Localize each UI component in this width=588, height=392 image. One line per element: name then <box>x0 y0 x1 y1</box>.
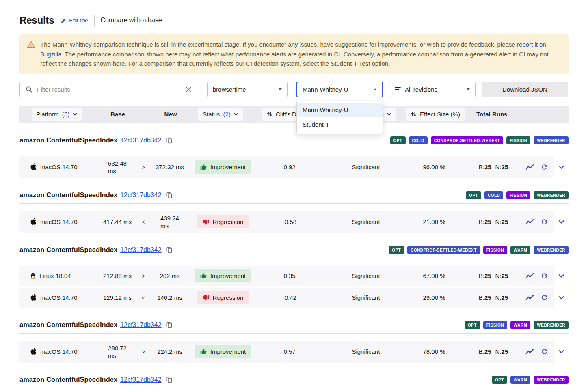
tag-badge: FISSION <box>483 246 507 254</box>
graph-icon[interactable] <box>524 211 535 233</box>
section-title: amazon ContentfulSpeedIndex 12cf317db342 <box>19 136 173 144</box>
tag-badge: WEBRENDER <box>534 136 569 144</box>
retrigger-icon[interactable] <box>538 341 550 363</box>
title-divider <box>94 15 95 26</box>
test-name: amazon ContentfulSpeedIndex <box>19 246 117 254</box>
tag-badge: COLD <box>409 136 428 144</box>
tag-badge: WARM <box>510 246 530 254</box>
new-value: 224.2 ms <box>147 341 192 363</box>
badge-list: OPTCOLDFISSIONWEBRENDER <box>466 191 569 199</box>
graph-icon[interactable] <box>524 156 535 178</box>
base-value: 532.48ms <box>95 156 140 178</box>
thumbs-down-icon <box>203 295 209 301</box>
base-value: 280.72ms <box>95 341 140 363</box>
tag-badge: FISSION <box>483 321 507 329</box>
effect-size-value: 67.00 % <box>406 266 463 286</box>
copy-icon[interactable] <box>166 321 173 328</box>
retrigger-icon[interactable] <box>538 156 550 178</box>
search-input[interactable] <box>37 86 181 93</box>
experimental-warning-banner: The Mann-Whitney comparison technique is… <box>19 34 569 74</box>
expand-row-button[interactable] <box>554 288 569 308</box>
retrigger-icon[interactable] <box>538 288 550 308</box>
effect-size-sort[interactable]: Effect Size (%) <box>406 108 465 121</box>
table-header-bar: Platform (5) Base New Status (2) Cliff's… <box>19 106 569 123</box>
retrigger-icon[interactable] <box>538 211 550 233</box>
platform-name: macOS 14.70 <box>40 164 78 170</box>
revision-link[interactable]: 12cf317db342 <box>120 246 161 254</box>
download-json-button[interactable]: Download JSON <box>482 82 568 97</box>
cliffs-delta-value: 0.35 <box>261 266 318 286</box>
effect-size-value: 78.00 % <box>406 341 463 363</box>
edit-title-button[interactable]: Edit title <box>61 17 88 24</box>
effect-size-value: 29.00 % <box>406 288 463 308</box>
dropdown-option-student-t[interactable]: Student-T <box>297 117 383 132</box>
base-column-header: Base <box>110 108 126 121</box>
status-badge: Regression <box>197 215 249 228</box>
revisions-select[interactable]: All revisions <box>389 82 476 97</box>
badge-list: OPTCONDPROF-SETTLED-WEBEXTFISSIONWARMWEB… <box>389 246 569 254</box>
copy-icon[interactable] <box>166 137 173 144</box>
results-sections: amazon ContentfulSpeedIndex 12cf317db342… <box>19 136 569 388</box>
test-method-select[interactable]: Mann-Whitney-U <box>296 82 383 97</box>
graph-icon[interactable] <box>524 288 535 308</box>
status-cell: Regression <box>192 211 253 233</box>
copy-icon[interactable] <box>166 246 173 253</box>
cliffs-delta-value: -0.42 <box>261 288 318 308</box>
expand-row-button[interactable] <box>554 211 569 233</box>
row-main: Linux 18.04212.88 ms>202 msImprovement0.… <box>19 266 554 286</box>
result-section: amazon ContentfulSpeedIndex 12cf317db342… <box>19 246 569 308</box>
base-value: 129.12 ms <box>95 288 140 308</box>
platform-name: macOS 14.70 <box>40 348 78 355</box>
thumbs-up-icon <box>200 164 207 170</box>
copy-icon[interactable] <box>166 192 173 198</box>
status-cell: Regression <box>192 288 253 308</box>
significance-value: Significant <box>337 211 394 233</box>
section-header: amazon ContentfulSpeedIndex 12cf317db342… <box>19 191 569 204</box>
revision-link[interactable]: 12cf317db342 <box>120 137 161 144</box>
chevron-down-icon <box>234 113 238 116</box>
section-header: amazon ContentfulSpeedIndex 12cf317db342… <box>19 321 569 334</box>
tag-badge: WEBRENDER <box>534 376 569 384</box>
expand-row-button[interactable] <box>554 266 569 286</box>
graph-icon[interactable] <box>524 266 535 286</box>
base-runs: B:25 <box>479 164 491 170</box>
significance-value: Significant <box>337 156 394 178</box>
tag-badge: COLD <box>484 191 503 199</box>
copy-icon[interactable] <box>166 376 173 383</box>
new-column-header: New <box>162 108 179 121</box>
retrigger-icon[interactable] <box>538 266 550 286</box>
section-title: amazon ContentfulSpeedIndex 12cf317db342 <box>19 191 173 199</box>
chevron-down-icon <box>558 296 564 300</box>
new-runs: N:25 <box>495 218 508 225</box>
compare-with-base-label: Compare with a base <box>101 17 162 24</box>
revision-link[interactable]: 12cf317db342 <box>120 321 161 329</box>
chevron-down-icon <box>387 113 391 116</box>
badge-list: OPTFISSIONWARMWEBRENDER <box>465 321 569 329</box>
expand-row-button[interactable] <box>554 156 569 178</box>
warning-text: The Mann-Whitney comparison technique is… <box>40 40 560 69</box>
graph-icon[interactable] <box>524 341 535 363</box>
effect-size-value: 21.00 % <box>406 211 463 233</box>
table-row: macOS 14.70129.12 ms<146.2 msRegression-… <box>19 288 569 308</box>
framework-select[interactable]: browsertime <box>207 82 288 97</box>
tag-badge: WEBRENDER <box>534 246 569 254</box>
title-row: Results Edit title Compare with a base <box>19 15 569 26</box>
expand-row-button[interactable] <box>554 341 569 363</box>
chevron-down-icon <box>279 88 282 90</box>
cliffs-delta-value: -0.58 <box>261 211 318 233</box>
clear-search-icon[interactable] <box>186 86 192 93</box>
chevron-down-icon <box>558 350 564 354</box>
status-filter[interactable]: Status (2) <box>198 108 243 121</box>
tag-badge: OPT <box>466 191 481 199</box>
platform-cell: macOS 14.70 <box>30 211 78 233</box>
revision-link[interactable]: 12cf317db342 <box>120 192 161 199</box>
total-runs-value: B:25N:25 <box>469 288 518 308</box>
platform-cell: macOS 14.70 <box>30 288 78 308</box>
status-label: Regression <box>213 218 244 225</box>
badge-list: OPTWARMWEBRENDER <box>492 376 569 384</box>
total-runs-value: B:25N:25 <box>469 266 518 286</box>
tag-badge: OPT <box>465 321 480 329</box>
revision-link[interactable]: 12cf317db342 <box>120 376 161 383</box>
dropdown-option-mann-whitney-u[interactable]: Mann-Whitney-U <box>297 103 383 117</box>
platform-filter[interactable]: Platform (5) <box>32 108 82 121</box>
